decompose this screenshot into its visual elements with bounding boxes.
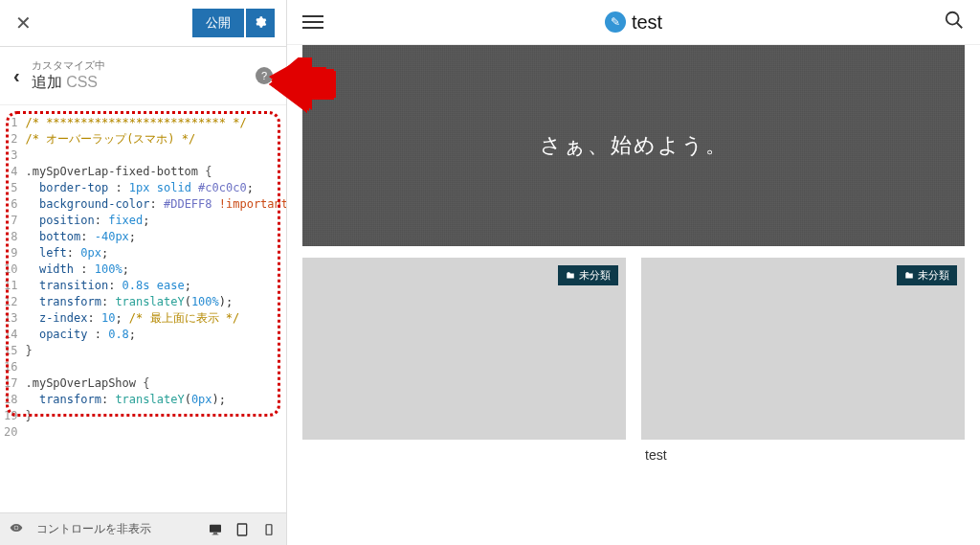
pencil-icon[interactable]: ✎ <box>605 11 626 33</box>
category-badge[interactable]: 未分類 <box>558 265 618 285</box>
svg-rect-6 <box>213 533 217 534</box>
customizer-sidebar: ✕ 公開 ‹ カスタマイズ中 追加 CSS ? 123456789 <box>0 0 287 545</box>
device-icons <box>208 522 277 537</box>
post-card[interactable]: 未分類 <box>302 258 626 440</box>
gear-icon[interactable] <box>246 9 275 37</box>
post-card-title[interactable]: test <box>645 447 667 463</box>
svg-rect-5 <box>210 524 221 532</box>
post-card[interactable]: 未分類 test <box>641 258 965 440</box>
section-title: 追加 CSS <box>32 73 256 93</box>
red-arrow-annotation <box>269 57 336 115</box>
preview-pane: ✎ test さぁ、始めよう。 未分類 未分類 tes <box>287 0 980 545</box>
preview-header: ✎ test <box>287 0 980 45</box>
publish-group: 公開 <box>192 9 275 37</box>
sidebar-bottom-bar: コントロールを非表示 <box>0 512 286 545</box>
section-header: ‹ カスタマイズ中 追加 CSS ? <box>0 47 286 105</box>
section-meta: カスタマイズ中 追加 CSS <box>32 58 256 93</box>
section-subtitle: カスタマイズ中 <box>32 58 256 73</box>
code-lines: 1234567891011121314151617181920 /* *****… <box>0 105 286 450</box>
hamburger-icon[interactable] <box>302 11 323 33</box>
site-title[interactable]: test <box>632 11 662 34</box>
line-numbers: 1234567891011121314151617181920 <box>0 115 25 441</box>
hero-text: さぁ、始めよう。 <box>540 131 728 160</box>
hero-banner: さぁ、始めよう。 <box>302 45 965 246</box>
back-arrow-icon[interactable]: ‹ <box>13 65 32 87</box>
desktop-icon[interactable] <box>208 522 223 537</box>
svg-line-11 <box>957 23 963 29</box>
svg-marker-3 <box>269 57 336 111</box>
category-badge[interactable]: 未分類 <box>897 265 957 285</box>
svg-rect-7 <box>212 534 219 534</box>
code-content[interactable]: /* ************************** *//* オーバーラ… <box>25 115 286 441</box>
svg-rect-9 <box>266 524 272 534</box>
sidebar-top-bar: ✕ 公開 <box>0 0 286 47</box>
eye-icon[interactable] <box>10 521 23 537</box>
svg-point-4 <box>14 526 18 530</box>
css-code-editor[interactable]: 1234567891011121314151617181920 /* *****… <box>0 105 286 512</box>
tablet-icon[interactable] <box>234 522 250 537</box>
post-cards: 未分類 未分類 test <box>287 246 980 451</box>
publish-button[interactable]: 公開 <box>192 9 244 37</box>
search-icon[interactable] <box>944 10 965 34</box>
hide-controls-label[interactable]: コントロールを非表示 <box>36 521 151 537</box>
close-icon[interactable]: ✕ <box>11 8 35 38</box>
site-title-wrap: ✎ test <box>605 11 662 34</box>
svg-point-10 <box>947 12 959 25</box>
svg-rect-8 <box>237 524 246 535</box>
mobile-icon[interactable] <box>261 522 277 537</box>
